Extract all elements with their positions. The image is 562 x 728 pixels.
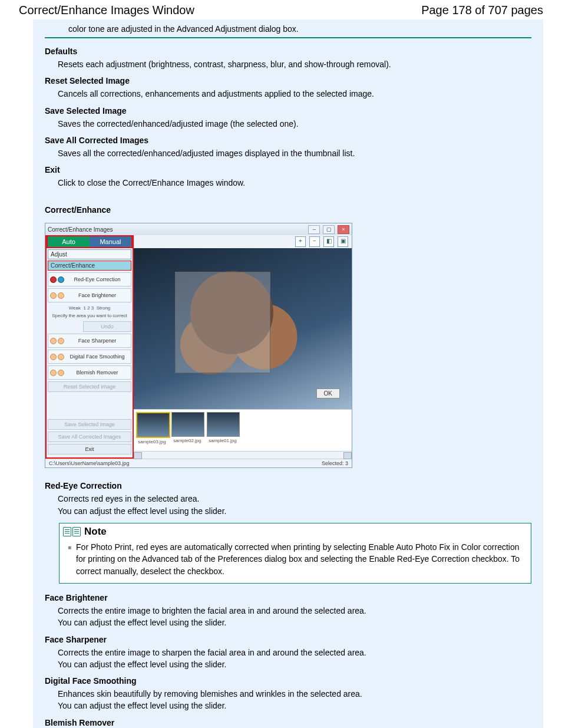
thumbnail[interactable]: sample03.jpg (136, 412, 168, 444)
tool-red-eye[interactable]: Red-Eye Correction (48, 272, 131, 286)
slider-hint: Specify the area you want to correct (48, 312, 131, 319)
exit-button[interactable]: Exit (48, 444, 131, 454)
zoom-out-icon[interactable]: − (309, 236, 320, 247)
minimize-icon[interactable]: – (308, 225, 320, 234)
app-window-title: Correct/Enhance Images (48, 226, 113, 233)
slider-weak-label: Weak (69, 305, 81, 311)
ok-button[interactable]: OK (316, 388, 340, 398)
save-all-button[interactable]: Save All Corrected Images (48, 431, 131, 442)
thumbnail[interactable]: sample02.jpg (171, 412, 203, 443)
tool-blemish-remover[interactable]: Blemish Remover (48, 365, 131, 380)
tool-face-smoothing[interactable]: Digital Face Smoothing (48, 350, 131, 364)
face-smoothing-icon (50, 354, 65, 360)
desc-exit: Click to close the Correct/Enhance Image… (58, 177, 531, 189)
tool-face-sharpener-label: Face Sharpener (65, 338, 129, 344)
thumbnail-caption: sample01.jpg (207, 438, 239, 443)
effect-slider[interactable]: Weak 1 2 3 Strong (48, 304, 131, 312)
maximize-icon[interactable]: ▢ (323, 225, 335, 234)
correct-enhance-heading: Correct/Enhance (45, 205, 531, 215)
zoom-in-icon[interactable]: + (295, 236, 306, 247)
desc-digital-face-smoothing: Enhances skin beautifully by removing bl… (58, 688, 531, 712)
horizontal-scrollbar[interactable] (134, 451, 352, 459)
tab-manual[interactable]: Manual (90, 236, 131, 247)
section-divider (45, 37, 531, 38)
note-label: Note (84, 526, 107, 538)
trailing-fragment: color tone are adjusted in the Advanced … (45, 24, 531, 37)
desc-red-eye-correction: Corrects red eyes in the selected area. … (58, 493, 531, 517)
slider-strong-label: Strong (97, 305, 111, 311)
term-blemish-remover: Blemish Remover (45, 718, 531, 727)
slider-marks: 1 2 3 (83, 305, 94, 311)
status-path: C:\Users\UserName\sample03.jpg (49, 460, 130, 466)
note-text: For Photo Print, red eyes are automatica… (76, 541, 524, 577)
tool-face-sharpener[interactable]: Face Sharpener (48, 334, 131, 348)
tool-face-brightener-label: Face Brightener (65, 292, 129, 298)
close-icon[interactable]: × (338, 225, 349, 234)
tool-face-brightener[interactable]: Face Brightener (48, 288, 131, 302)
tool-blemish-remover-label: Blemish Remover (65, 370, 129, 375)
page-title: Correct/Enhance Images Window (19, 4, 194, 17)
compare-icon[interactable]: ◧ (323, 236, 334, 247)
bullet-icon: ■ (68, 543, 71, 577)
save-selected-button[interactable]: Save Selected Image (48, 419, 131, 430)
thumbnail-strip: sample03.jpg sample02.jpg sample01.jpg (134, 409, 352, 451)
term-face-brightener: Face Brightener (45, 593, 531, 602)
note-icon (63, 527, 81, 536)
term-save-all: Save All Corrected Images (45, 136, 531, 145)
tab-auto[interactable]: Auto (48, 236, 90, 247)
note-callout: Note ■For Photo Print, red eyes are auto… (59, 523, 531, 584)
thumbnail[interactable]: sample01.jpg (207, 412, 239, 443)
thumbnail-caption: sample02.jpg (171, 438, 203, 443)
face-brightener-icon (50, 292, 65, 299)
blemish-remover-icon (50, 370, 65, 376)
term-red-eye-correction: Red-Eye Correction (45, 481, 531, 490)
desc-face-sharpener: Corrects the entire image to sharpen the… (58, 647, 531, 671)
tool-red-eye-label: Red-Eye Correction (65, 276, 129, 282)
status-selected-count: Selected: 3 (322, 460, 348, 466)
desc-face-brightener: Corrects the entire image to brighten th… (58, 605, 531, 629)
fit-icon[interactable]: ▣ (338, 236, 348, 247)
desc-save-selected: Saves the corrected/enhanced/adjusted im… (58, 118, 531, 130)
selection-rectangle[interactable] (175, 272, 270, 373)
desc-save-all: Saves all the corrected/enhanced/adjuste… (58, 147, 531, 159)
term-face-sharpener: Face Sharpener (45, 635, 531, 644)
term-exit: Exit (45, 165, 531, 174)
term-digital-face-smoothing: Digital Face Smoothing (45, 676, 531, 686)
thumbnail-caption: sample03.jpg (136, 439, 168, 444)
undo-button[interactable]: Undo (83, 321, 131, 332)
face-sharpener-icon (50, 338, 65, 344)
page-indicator: Page 178 of 707 pages (421, 4, 543, 17)
desc-reset: Cancels all corrections, enhancements an… (58, 88, 531, 100)
preview-image[interactable]: OK (134, 248, 352, 409)
term-defaults: Defaults (45, 47, 531, 56)
subtab-adjust[interactable]: Adjust (48, 249, 131, 259)
tool-face-smoothing-label: Digital Face Smoothing (65, 354, 129, 360)
red-eye-icon (50, 276, 65, 283)
term-save-selected: Save Selected Image (45, 106, 531, 116)
window-buttons: – ▢ × (307, 225, 349, 234)
reset-selected-button[interactable]: Reset Selected Image (48, 381, 131, 392)
subtab-correct-enhance[interactable]: Correct/Enhance (48, 261, 131, 271)
app-screenshot: Correct/Enhance Images – ▢ × Auto Manual… (45, 223, 352, 468)
desc-defaults: Resets each adjustment (brightness, cont… (58, 58, 531, 70)
term-reset: Reset Selected Image (45, 76, 531, 85)
